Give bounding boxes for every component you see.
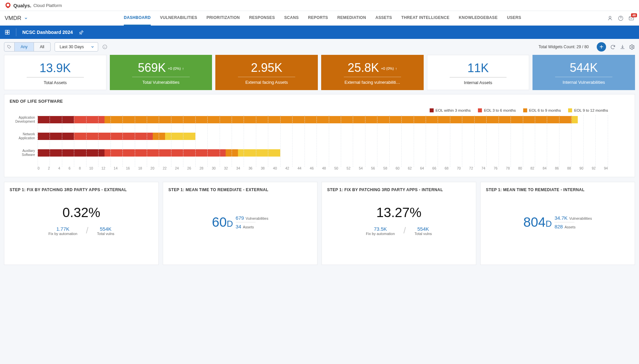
widget-percentage: 13.27% <box>376 205 422 220</box>
eol-chart: ApplicationDevelopmentNetworkApplication… <box>4 115 635 177</box>
dashboard-widget[interactable]: STEP 1: FIX BY PATCHING 3RD PARTY APPS -… <box>4 182 159 265</box>
kpi-delta: +0 (0%) ↑ <box>381 66 397 70</box>
nav-tabs: DASHBOARDVULNERABILITIESPRIORITIZATIONRE… <box>38 11 607 26</box>
eol-bar-segment[interactable] <box>74 116 104 123</box>
widget-title: STEP 1: MEAN TIME TO REMEDIATE - EXTERNA… <box>168 187 312 192</box>
kpi-row: 13.9KTotal Assets569K+0 (0%) ↑Total Vuln… <box>0 55 639 94</box>
eol-bar-row: NetworkApplication <box>38 132 608 141</box>
nav-tab-remediation[interactable]: REMEDIATION <box>337 11 366 26</box>
eol-bar-segment[interactable] <box>38 116 74 123</box>
refresh-icon[interactable] <box>610 44 616 50</box>
eol-category-label: ApplicationDevelopment <box>8 116 35 124</box>
eol-bar-segment[interactable] <box>226 149 238 157</box>
chevron-down-icon <box>91 45 95 49</box>
brand-bar: Qualys. Cloud Platform <box>0 0 639 11</box>
kpi-label: Total Assets <box>8 80 103 85</box>
widget-percentage: 0.32% <box>63 205 100 220</box>
tag-option-any[interactable]: Any <box>15 43 34 51</box>
download-icon[interactable] <box>620 44 625 50</box>
nav-tab-dashboard[interactable]: DASHBOARD <box>124 11 151 26</box>
eol-bar-segment[interactable] <box>38 149 105 157</box>
filter-row: Any All Last 30 Days Total Widgets Count… <box>0 39 639 55</box>
add-widget-button[interactable]: + <box>597 42 606 52</box>
inbox-icon[interactable]: 48 <box>628 15 634 21</box>
dashboard-title: NCSC Dashboard 2024 <box>22 30 73 35</box>
dashboard-actions: + <box>597 42 635 52</box>
kpi-value: 13.9K <box>8 61 103 75</box>
kpi-card[interactable]: 11KInternal Assets <box>427 55 530 90</box>
kpi-value: 544K <box>536 61 632 75</box>
eol-bar-segment[interactable] <box>38 133 74 140</box>
eol-bar-segment[interactable] <box>105 116 572 123</box>
eol-bar-segment[interactable] <box>238 149 281 157</box>
kpi-label: Internal Assets <box>431 80 526 85</box>
nav-tab-threat-intelligence[interactable]: THREAT INTELLIGENCE <box>401 11 450 26</box>
dashboard-grid-icon[interactable] <box>5 30 10 35</box>
brand-name: Qualys. <box>13 3 31 8</box>
eol-bar-segment[interactable] <box>572 116 578 123</box>
eol-bar-segment[interactable] <box>105 149 226 157</box>
nav-tab-users[interactable]: USERS <box>507 11 521 26</box>
nav-tab-vulnerabilities[interactable]: VULNERABILITIES <box>160 11 197 26</box>
kpi-card[interactable]: 13.9KTotal Assets <box>4 55 106 90</box>
legend-item: EOL within 3 months <box>430 108 471 112</box>
pin-icon[interactable] <box>79 30 84 35</box>
nav-tab-reports[interactable]: REPORTS <box>308 11 328 26</box>
brand-suffix: Cloud Platform <box>33 3 62 8</box>
svg-point-2 <box>631 46 633 48</box>
eol-bar-row: AuxiliarySoftware <box>38 148 608 158</box>
eol-legend: EOL within 3 monthsEOL 3 to 6 monthsEOL … <box>4 108 635 115</box>
eol-bar-segment[interactable] <box>153 133 165 140</box>
kpi-label: External facing vulnerabiliti… <box>324 80 420 85</box>
widget-title: STEP 1: FIX BY PATCHING 3RD PARTY APPS -… <box>10 187 153 192</box>
dashboard-widget[interactable]: STEP 1: FIX BY PATCHING 3RD PARTY APPS -… <box>321 182 476 265</box>
module-name: VMDR <box>5 15 21 22</box>
widget-title: STEP 1: MEAN TIME TO REMEDIATE - INTERNA… <box>486 187 629 192</box>
info-icon[interactable] <box>102 44 107 50</box>
eol-bar-row: ApplicationDevelopment <box>38 115 608 124</box>
widget-title: STEP 1: FIX BY PATCHING 3RD PARTY APPS -… <box>327 187 471 192</box>
inbox-badge: 48 <box>631 13 637 17</box>
legend-item: EOL 9 to 12 months <box>568 108 608 112</box>
widget-count-label: Total Widgets Count: 29 / 80 <box>538 45 589 49</box>
kpi-card[interactable]: 544KInternal Vulnerabilities <box>532 55 635 90</box>
kpi-card[interactable]: 2.95KExternal facing Assets <box>215 55 318 90</box>
kpi-card[interactable]: 25.8K+0 (0%) ↑External facing vulnerabil… <box>321 55 424 90</box>
chevron-down-icon <box>24 16 28 20</box>
widget-days-value: 60D <box>212 215 233 230</box>
module-selector[interactable]: VMDR <box>5 15 38 22</box>
eol-bar-segment[interactable] <box>74 133 153 140</box>
eol-bar-segment[interactable] <box>165 133 195 140</box>
dashboard-title-bar: NCSC Dashboard 2024 <box>0 26 639 39</box>
nav-bar: VMDR DASHBOARDVULNERABILITIESPRIORITIZAT… <box>0 11 639 26</box>
nav-tab-prioritization[interactable]: PRIORITIZATION <box>207 11 240 26</box>
time-range-label: Last 30 Days <box>60 45 84 49</box>
kpi-label: Internal Vulnerabilities <box>536 80 632 85</box>
dashboard-widget[interactable]: STEP 1: MEAN TIME TO REMEDIATE - EXTERNA… <box>163 182 318 265</box>
qualys-logo-icon <box>5 2 11 9</box>
nav-tab-knowledgebase[interactable]: KNOWLEDGEBASE <box>459 11 498 26</box>
eol-category-label: AuxiliarySoftware <box>8 149 35 157</box>
user-icon[interactable] <box>607 15 613 21</box>
legend-item: EOL 3 to 6 months <box>478 108 516 112</box>
legend-item: EOL 6 to 9 months <box>523 108 561 112</box>
separator <box>16 28 16 36</box>
dashboard-widget[interactable]: STEP 1: MEAN TIME TO REMEDIATE - INTERNA… <box>480 182 635 265</box>
kpi-value: 2.95K <box>219 61 315 75</box>
kpi-card[interactable]: 569K+0 (0%) ↑Total Vulnerabilities <box>110 55 212 90</box>
eol-software-card: END OF LIFE SOFTWARE EOL within 3 months… <box>4 94 635 177</box>
help-icon[interactable] <box>618 15 624 21</box>
time-range-selector[interactable]: Last 30 Days <box>55 42 98 52</box>
eol-card-title: END OF LIFE SOFTWARE <box>4 94 635 108</box>
nav-tab-scans[interactable]: SCANS <box>284 11 299 26</box>
widget-row: STEP 1: FIX BY PATCHING 3RD PARTY APPS -… <box>0 182 639 270</box>
nav-tab-assets[interactable]: ASSETS <box>375 11 392 26</box>
kpi-label: Total Vulnerabilities <box>113 80 209 85</box>
nav-tab-responses[interactable]: RESPONSES <box>249 11 275 26</box>
kpi-value: 569K+0 (0%) ↑ <box>113 61 209 75</box>
gear-icon[interactable] <box>629 44 635 50</box>
kpi-value: 25.8K+0 (0%) ↑ <box>324 61 420 75</box>
tag-option-all[interactable]: All <box>34 43 50 51</box>
nav-utility-icons: 48 <box>607 15 634 21</box>
kpi-label: External facing Assets <box>219 80 315 85</box>
